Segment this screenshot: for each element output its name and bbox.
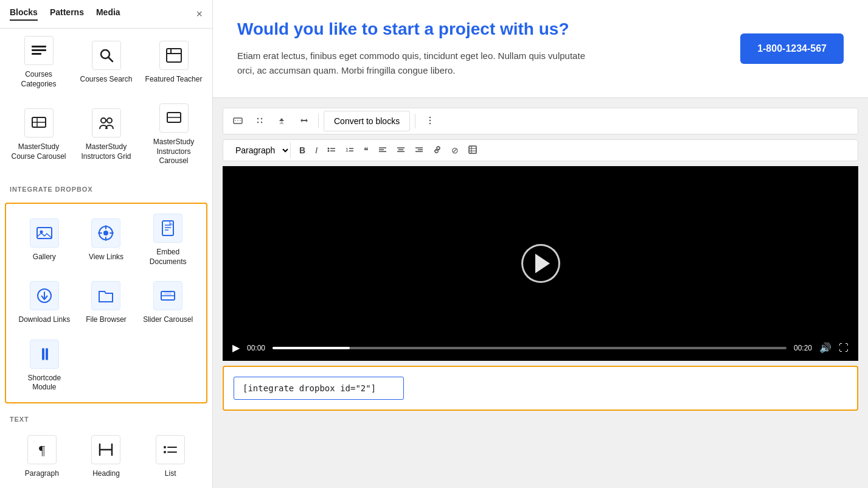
transform-btn[interactable] bbox=[294, 112, 313, 131]
block-item-embed-documents[interactable]: Embed Documents bbox=[137, 206, 199, 274]
video-play-btn[interactable]: ▶ bbox=[232, 342, 240, 354]
drag-handle-btn[interactable] bbox=[250, 112, 269, 131]
heading-icon bbox=[91, 435, 120, 464]
block-label-heading: Heading bbox=[92, 469, 120, 479]
more-options-btn[interactable] bbox=[420, 112, 440, 131]
unordered-list-btn[interactable] bbox=[324, 143, 339, 158]
volume-btn[interactable]: 🔊 bbox=[819, 342, 832, 354]
block-item-shortcode-module[interactable]: Shortcode Module bbox=[13, 332, 75, 400]
hero-text: Would you like to start a project with u… bbox=[237, 19, 602, 78]
move-up-btn[interactable] bbox=[272, 112, 291, 131]
svg-rect-5 bbox=[167, 49, 181, 62]
paragraph-select[interactable]: Paragraph bbox=[228, 142, 291, 158]
block-item-classic[interactable]: Classic bbox=[138, 486, 203, 488]
fullscreen-btn[interactable]: ⛶ bbox=[839, 343, 849, 354]
block-item-ms-course-carousel[interactable]: MasterStudy Course Carousel bbox=[5, 96, 72, 173]
unlink-btn[interactable]: ⊘ bbox=[448, 143, 462, 158]
block-item-gallery[interactable]: Gallery bbox=[13, 206, 75, 274]
convert-to-blocks-btn[interactable]: Convert to blocks bbox=[324, 111, 410, 131]
block-item-slider-carousel[interactable]: Slider Carousel bbox=[137, 274, 199, 332]
block-item-code[interactable]: Code bbox=[74, 486, 139, 488]
svg-point-49 bbox=[429, 119, 431, 120]
ordered-list-btn[interactable]: 1. bbox=[342, 143, 358, 158]
text-section: ¶ Paragraph Heading bbox=[0, 428, 212, 488]
embed-documents-icon bbox=[153, 214, 182, 243]
tab-media[interactable]: Media bbox=[96, 7, 120, 21]
video-player: ▶ 00:00 00:20 🔊 ⛶ bbox=[223, 166, 858, 361]
keyboard-icon-btn[interactable] bbox=[228, 112, 248, 131]
block-item-download-links[interactable]: Download Links bbox=[13, 274, 75, 332]
svg-rect-1 bbox=[32, 49, 46, 51]
progress-fill bbox=[273, 347, 350, 349]
hero-title: Would you like to start a project with u… bbox=[237, 19, 602, 39]
block-item-view-links[interactable]: View Links bbox=[75, 206, 137, 274]
svg-point-12 bbox=[107, 118, 112, 123]
blockquote-btn[interactable]: ❝ bbox=[360, 143, 372, 158]
block-label-list: List bbox=[165, 469, 176, 479]
block-label-download-links: Download Links bbox=[18, 315, 70, 325]
table-btn[interactable] bbox=[465, 143, 481, 158]
svg-point-52 bbox=[328, 150, 330, 152]
courses-search-icon bbox=[92, 41, 121, 70]
svg-point-11 bbox=[101, 118, 106, 123]
play-icon bbox=[535, 254, 550, 273]
block-item-list[interactable]: List bbox=[138, 428, 203, 486]
progress-bar[interactable] bbox=[273, 347, 786, 349]
svg-point-18 bbox=[103, 231, 108, 235]
sidebar-header: Blocks Patterns Media × bbox=[0, 0, 212, 29]
block-item-courses-categories[interactable]: Courses Categories bbox=[5, 29, 72, 96]
video-controls: ▶ 00:00 00:20 🔊 ⛶ bbox=[223, 335, 858, 361]
svg-text:¶: ¶ bbox=[39, 442, 45, 458]
block-label-ms-instructors-carousel: MasterStudy Instructors Carousel bbox=[144, 138, 204, 166]
link-btn[interactable] bbox=[429, 143, 445, 158]
block-label-paragraph: Paragraph bbox=[25, 469, 59, 479]
svg-point-45 bbox=[261, 117, 262, 119]
shortcode-module-icon bbox=[30, 340, 59, 369]
align-left-btn[interactable] bbox=[375, 143, 391, 158]
download-links-icon bbox=[30, 281, 59, 310]
italic-btn[interactable]: I bbox=[311, 143, 321, 158]
svg-point-51 bbox=[328, 147, 330, 149]
bold-btn[interactable]: B bbox=[296, 143, 309, 158]
block-item-heading[interactable]: Heading bbox=[74, 428, 139, 486]
svg-line-4 bbox=[108, 57, 113, 61]
block-item-quote[interactable]: " Quote bbox=[10, 486, 74, 488]
video-time-current: 00:00 bbox=[247, 344, 265, 352]
block-item-courses-search[interactable]: Courses Search bbox=[72, 29, 140, 96]
gallery-icon bbox=[30, 218, 59, 248]
align-center-btn[interactable] bbox=[393, 143, 409, 158]
tab-patterns[interactable]: Patterns bbox=[50, 7, 84, 21]
svg-point-47 bbox=[261, 121, 262, 122]
integrate-dropbox-label: INTEGRATE DROPBOX bbox=[0, 178, 212, 198]
svg-point-33 bbox=[164, 451, 166, 453]
block-item-paragraph[interactable]: ¶ Paragraph bbox=[10, 428, 74, 486]
svg-rect-0 bbox=[32, 46, 46, 47]
block-item-featured-teacher[interactable]: Featured Teacher bbox=[140, 29, 207, 96]
block-label-slider-carousel: Slider Carousel bbox=[143, 315, 193, 325]
integrate-dropbox-row-1: Gallery View Links bbox=[9, 206, 204, 274]
hero-cta-button[interactable]: 1-800-1234-567 bbox=[740, 33, 844, 64]
main-content: Would you like to start a project with u… bbox=[213, 0, 868, 488]
play-button[interactable] bbox=[521, 244, 560, 283]
svg-point-48 bbox=[429, 116, 431, 117]
format-toolbar: Paragraph B I 1. ❝ ⊘ bbox=[223, 139, 858, 161]
block-label-ms-instructors-grid: MasterStudy Instructors Grid bbox=[76, 142, 136, 161]
block-item-ms-instructors-grid[interactable]: MasterStudy Instructors Grid bbox=[72, 96, 140, 173]
hero-section: Would you like to start a project with u… bbox=[213, 0, 868, 98]
block-item-ms-instructors-carousel[interactable]: MasterStudy Instructors Carousel bbox=[140, 96, 207, 173]
paragraph-icon: ¶ bbox=[27, 435, 57, 464]
svg-point-44 bbox=[257, 117, 259, 119]
block-item-file-browser[interactable]: File Browser bbox=[75, 274, 137, 332]
ms-instructors-carousel-icon bbox=[159, 103, 189, 133]
integrate-dropbox-section: Gallery View Links bbox=[5, 203, 207, 403]
block-label-file-browser: File Browser bbox=[86, 315, 127, 325]
svg-point-50 bbox=[429, 122, 431, 124]
block-label-featured-teacher: Featured Teacher bbox=[145, 75, 203, 85]
text-blocks-row-1: ¶ Paragraph Heading bbox=[5, 428, 207, 486]
align-right-btn[interactable] bbox=[411, 143, 427, 158]
svg-rect-28 bbox=[164, 291, 172, 296]
tab-blocks[interactable]: Blocks bbox=[10, 7, 38, 21]
shortcode-input[interactable] bbox=[234, 377, 404, 400]
close-button[interactable]: × bbox=[196, 9, 203, 19]
svg-rect-30 bbox=[46, 348, 48, 360]
